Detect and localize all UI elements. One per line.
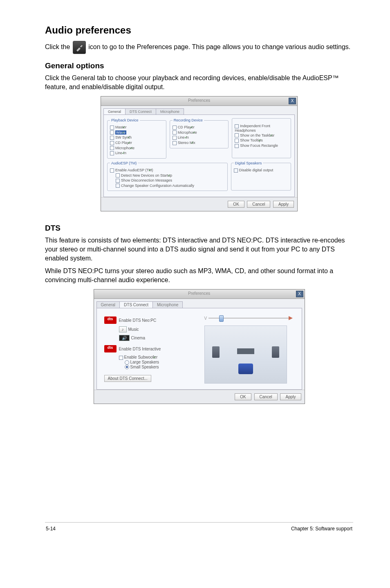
apply-button[interactable]: Apply	[280, 393, 301, 400]
chk-independent-front[interactable]: Independent Front Headphones	[235, 123, 288, 133]
chk-rec-mic[interactable]: Microphone	[173, 130, 226, 135]
volume-slider[interactable]	[208, 314, 290, 322]
chk-enable-audioesp[interactable]: Enable AudioESP (TM)	[110, 168, 225, 173]
dts-logo-icon: dts	[104, 345, 117, 352]
group-display-options: Independent Front Headphones Show on the…	[232, 118, 291, 158]
speaker-layout-preview	[204, 325, 287, 384]
dts-logo-icon: dts	[104, 316, 117, 324]
tab-microphone[interactable]: Microphone	[156, 108, 184, 114]
speaker-center-icon	[237, 348, 254, 354]
chk-enable-subwoofer[interactable]: Enable Subwoofer	[119, 355, 192, 359]
tab-microphone[interactable]: Microphone	[152, 301, 183, 308]
radio-large-speakers[interactable]: Large Speakers	[125, 360, 192, 365]
dialog-titlebar: Preferences X	[94, 290, 305, 299]
chk-show-tooltips[interactable]: Show Tooltips	[235, 138, 288, 143]
paragraph-dts-2: While DTS NEO:PC turns your stereo audio…	[45, 267, 353, 284]
chk-sw-synth[interactable]: SW Synth	[110, 135, 164, 140]
chk-microphone[interactable]: Microphone	[110, 146, 164, 151]
cinema-icon[interactable]: 🔊	[119, 335, 130, 341]
chk-disable-digital[interactable]: Disable digital output	[234, 168, 288, 173]
tab-dts-connect[interactable]: DTS Connect	[119, 301, 153, 308]
close-icon[interactable]: X	[296, 291, 303, 297]
legend-audioesp: AudioESP (TM)	[110, 161, 138, 165]
preferences-tool-icon	[73, 41, 86, 54]
chk-change-speaker[interactable]: Change Speaker Configuration Automatical…	[116, 183, 225, 189]
about-dts-button[interactable]: About DTS Connect...	[104, 375, 151, 382]
page-number: 5-14	[46, 526, 56, 532]
group-audioesp: AudioESP (TM) Enable AudioESP (TM) Detec…	[107, 161, 228, 191]
legend-recording: Recording Device	[173, 118, 204, 122]
paragraph-dts-1: This feature is consists of two elements…	[45, 236, 353, 263]
music-icon[interactable]: ♪	[119, 326, 127, 332]
text-icon-desc: icon to go to the Preferences page. This…	[88, 43, 350, 50]
group-digital-speakers: Digital Speakers Disable digital output	[231, 161, 291, 191]
chk-show-focus[interactable]: Show Focus Rectangle	[235, 143, 288, 148]
paragraph-general: Click the General tab to choose your pla…	[45, 74, 353, 91]
chk-wave[interactable]: Wave	[110, 130, 164, 135]
heading-general-options: General options	[45, 61, 353, 70]
chapter-label: Chapter 5: Software support	[291, 526, 352, 532]
group-recording-device: Recording Device CD Player Microphone Li…	[170, 118, 229, 148]
apply-button[interactable]: Apply	[273, 201, 294, 208]
chk-cd-player[interactable]: CD Player	[110, 140, 164, 146]
speaker-right-icon	[272, 346, 279, 358]
label-enable-neo: Enable DTS Neo:PC	[119, 318, 157, 323]
chk-rec-line[interactable]: Line In	[173, 135, 226, 140]
preferences-general-dialog: Preferences X General DTS Connect Microp…	[101, 96, 298, 211]
cancel-button[interactable]: Cancel	[247, 201, 270, 208]
subwoofer-icon	[238, 364, 253, 374]
dialog-button-bar: OK Cancel Apply	[94, 390, 305, 404]
legend-digital: Digital Speakers	[234, 161, 263, 165]
label-enable-interactive: Enable DTS Interactive	[119, 347, 161, 351]
close-icon[interactable]: X	[289, 98, 296, 104]
cancel-button[interactable]: Cancel	[254, 393, 278, 400]
ok-button[interactable]: OK	[228, 201, 244, 208]
text-click-the: Click the	[45, 43, 72, 50]
slider-label: V	[204, 316, 207, 321]
dialog-title: Preferences	[188, 291, 210, 296]
chk-detect-new[interactable]: Detect New Devices on Startup	[116, 173, 225, 178]
ok-button[interactable]: OK	[235, 393, 251, 400]
paragraph-click-icon: Click the icon to go to the Preferences …	[45, 41, 353, 54]
tab-general[interactable]: General	[103, 108, 126, 114]
chk-rec-cd[interactable]: CD Player	[173, 125, 226, 130]
heading-audio-preferences: Audio preferences	[45, 25, 353, 36]
preferences-dts-dialog: Preferences X General DTS Connect Microp…	[94, 289, 305, 404]
radio-small-speakers[interactable]: Small Speakers	[125, 365, 192, 370]
chk-line-in[interactable]: Line In	[110, 150, 164, 156]
dialog-title: Preferences	[188, 98, 210, 103]
chk-show-taskbar[interactable]: Show on the Taskbar	[235, 133, 288, 138]
group-playback-device: Playback Device Master Wave SW Synth CD …	[107, 118, 166, 159]
chk-master[interactable]: Master	[110, 125, 164, 130]
dialog-titlebar: Preferences X	[101, 97, 297, 106]
heading-dts: DTS	[45, 224, 353, 233]
label-cinema: Cinema	[131, 336, 145, 340]
tab-row: General DTS Connect Microphone	[96, 301, 302, 308]
chk-show-disconnect[interactable]: Show Disconnection Messages	[116, 178, 225, 183]
chk-rec-stereo[interactable]: Stereo Mix	[173, 140, 226, 146]
tab-row: General DTS Connect Microphone	[103, 108, 295, 114]
dialog-button-bar: OK Cancel Apply	[101, 197, 297, 211]
legend-playback: Playback Device	[110, 118, 140, 122]
tab-dts-connect[interactable]: DTS Connect	[125, 108, 156, 114]
tab-general[interactable]: General	[96, 301, 120, 308]
speaker-left-icon	[212, 346, 220, 358]
label-music: Music	[128, 327, 139, 332]
